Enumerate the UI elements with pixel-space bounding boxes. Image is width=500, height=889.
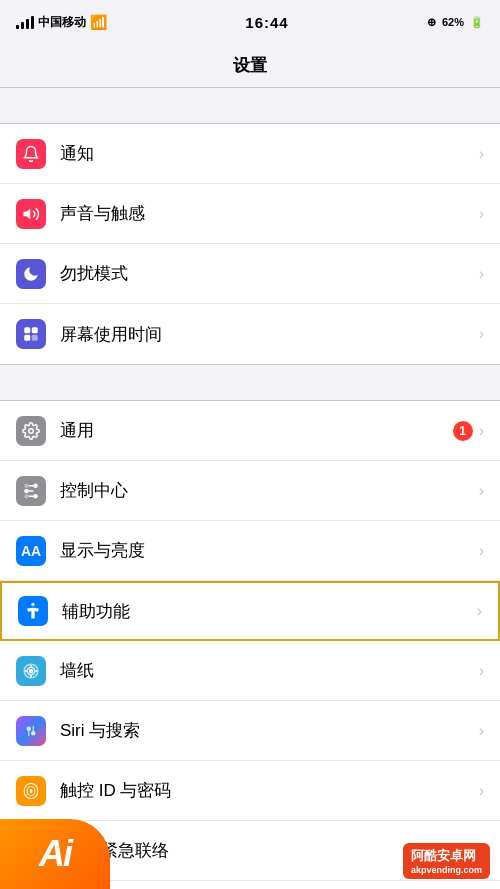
- svg-point-6: [33, 483, 38, 488]
- sounds-icon: [16, 199, 46, 229]
- siri-icon: [16, 716, 46, 746]
- display-right: ›: [479, 542, 484, 560]
- carrier-label: 中国移动: [38, 14, 86, 31]
- svg-point-15: [30, 664, 32, 666]
- touchid-right: ›: [479, 782, 484, 800]
- general-icon: [16, 416, 46, 446]
- controlcenter-icon: [16, 476, 46, 506]
- signal-icon: [16, 16, 34, 29]
- status-bar: 中国移动 📶 16:44 ⊕ 62% 🔋: [0, 0, 500, 44]
- general-right: 1 ›: [453, 421, 484, 441]
- accessibility-right: ›: [477, 602, 482, 620]
- svg-point-13: [31, 603, 34, 606]
- siri-label: Siri 与搜索: [60, 719, 479, 742]
- accessibility-label: 辅助功能: [62, 600, 477, 623]
- wifi-icon: 📶: [90, 14, 107, 30]
- dnd-icon: [16, 259, 46, 289]
- list-item-general[interactable]: 通用 1 ›: [0, 401, 500, 461]
- nav-bar: 设置: [0, 44, 500, 88]
- svg-rect-1: [32, 327, 38, 333]
- charge-icon: ⊕: [427, 16, 436, 29]
- touchid-label: 触控 ID 与密码: [60, 779, 479, 802]
- list-item-screentime[interactable]: 屏幕使用时间 ›: [0, 304, 500, 364]
- dnd-label: 勿扰模式: [60, 262, 479, 285]
- general-chevron: ›: [479, 422, 484, 440]
- sounds-label: 声音与触感: [60, 202, 479, 225]
- controlcenter-chevron: ›: [479, 482, 484, 500]
- notifications-label: 通知: [60, 142, 479, 165]
- ai-badge: Ai: [0, 819, 110, 889]
- svg-point-12: [24, 494, 29, 499]
- siri-chevron: ›: [479, 722, 484, 740]
- battery-icon: 🔋: [470, 16, 484, 29]
- display-label: 显示与亮度: [60, 539, 479, 562]
- notifications-chevron: ›: [479, 145, 484, 163]
- wallpaper-chevron: ›: [479, 662, 484, 680]
- screentime-label: 屏幕使用时间: [60, 323, 479, 346]
- list-item-display[interactable]: AA 显示与亮度 ›: [0, 521, 500, 581]
- list-item-sounds[interactable]: 声音与触感 ›: [0, 184, 500, 244]
- settings-container: 通知 › 声音与触感 › 勿扰: [0, 88, 500, 889]
- list-item-wallpaper[interactable]: 墙纸 ›: [0, 641, 500, 701]
- watermark-title: 阿酷安卓网: [411, 847, 482, 865]
- wallpaper-label: 墙纸: [60, 659, 479, 682]
- svg-point-7: [33, 494, 38, 499]
- svg-point-16: [35, 669, 37, 671]
- watermark: 阿酷安卓网 akpvending.com: [403, 843, 490, 879]
- svg-rect-2: [24, 335, 30, 341]
- touchid-icon: [16, 776, 46, 806]
- svg-point-17: [30, 675, 32, 677]
- svg-point-18: [25, 669, 27, 671]
- wallpaper-right: ›: [479, 662, 484, 680]
- controlcenter-right: ›: [479, 482, 484, 500]
- accessibility-chevron: ›: [477, 602, 482, 620]
- dnd-chevron: ›: [479, 265, 484, 283]
- general-badge: 1: [453, 421, 473, 441]
- screentime-icon: [16, 319, 46, 349]
- sounds-chevron: ›: [479, 205, 484, 223]
- section-1-group: 通知 › 声音与触感 › 勿扰: [0, 123, 500, 365]
- list-item-touchid[interactable]: 触控 ID 与密码 ›: [0, 761, 500, 821]
- accessibility-icon: [18, 596, 48, 626]
- controlcenter-label: 控制中心: [60, 479, 479, 502]
- list-item-accessibility[interactable]: 辅助功能 ›: [0, 581, 500, 641]
- section-gap-2: [0, 365, 500, 400]
- display-icon: AA: [16, 536, 46, 566]
- page-title: 设置: [233, 54, 267, 77]
- svg-point-14: [29, 668, 34, 673]
- section-2-group: 通用 1 › 控制中心 ›: [0, 400, 500, 889]
- svg-rect-3: [32, 335, 38, 341]
- siri-right: ›: [479, 722, 484, 740]
- general-label: 通用: [60, 419, 453, 442]
- wallpaper-icon: [16, 656, 46, 686]
- notifications-right: ›: [479, 145, 484, 163]
- svg-point-11: [24, 483, 29, 488]
- watermark-url: akpvending.com: [411, 865, 482, 875]
- battery-percent: 62%: [442, 16, 464, 28]
- notifications-icon: [16, 139, 46, 169]
- screentime-right: ›: [479, 325, 484, 343]
- section-gap-1: [0, 88, 500, 123]
- list-item-dnd[interactable]: 勿扰模式 ›: [0, 244, 500, 304]
- status-carrier: 中国移动 📶: [16, 14, 107, 31]
- svg-point-4: [29, 428, 34, 433]
- list-item-notifications[interactable]: 通知 ›: [0, 124, 500, 184]
- list-item-siri[interactable]: Siri 与搜索 ›: [0, 701, 500, 761]
- svg-point-5: [24, 488, 29, 493]
- status-time: 16:44: [245, 14, 288, 31]
- status-right: ⊕ 62% 🔋: [427, 16, 484, 29]
- sounds-right: ›: [479, 205, 484, 223]
- svg-rect-0: [24, 327, 30, 333]
- dnd-right: ›: [479, 265, 484, 283]
- screentime-chevron: ›: [479, 325, 484, 343]
- list-item-controlcenter[interactable]: 控制中心 ›: [0, 461, 500, 521]
- display-chevron: ›: [479, 542, 484, 560]
- ai-label: Ai: [39, 833, 71, 875]
- touchid-chevron: ›: [479, 782, 484, 800]
